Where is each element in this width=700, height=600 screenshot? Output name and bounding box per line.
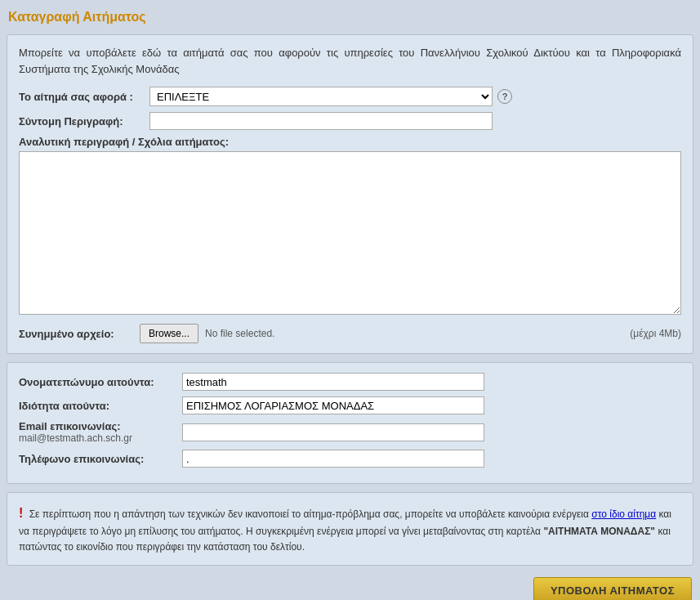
submit-button[interactable]: ΥΠΟΒΟΛΗ ΑΙΤΗΜΑΤΟΣ bbox=[533, 577, 692, 600]
full-desc-label: Αναλυτική περιγραφή / Σχόλια αιτήματος: bbox=[19, 136, 681, 148]
full-desc-textarea[interactable] bbox=[19, 151, 681, 315]
help-icon[interactable]: ? bbox=[497, 89, 512, 104]
max-size-text: (μέχρι 4Mb) bbox=[630, 328, 681, 339]
page-title: Καταγραφή Αιτήματος bbox=[7, 7, 693, 28]
full-desc-section: Αναλυτική περιγραφή / Σχόλια αιτήματος: bbox=[19, 136, 681, 317]
contact-role-label: Ιδιότητα αιτούντα: bbox=[19, 400, 182, 412]
subject-row: Το αίτημά σας αφορά : ΕΠΙΛΕΞΤΕ ? bbox=[19, 87, 681, 106]
contact-role-input[interactable] bbox=[182, 396, 484, 414]
file-label: Συνημμένο αρχείο: bbox=[19, 328, 133, 340]
short-desc-input[interactable] bbox=[149, 112, 493, 130]
browse-button[interactable]: Browse... bbox=[140, 324, 198, 343]
file-row: Συνημμένο αρχείο: Browse... No file sele… bbox=[19, 324, 681, 343]
submit-row: ΥΠΟΒΟΛΗ ΑΙΤΗΜΑΤΟΣ bbox=[7, 574, 693, 600]
short-desc-label: Σύντομη Περιγραφή: bbox=[19, 115, 149, 128]
contact-phone-row: Τηλέφωνο επικοινωνίας: bbox=[19, 450, 681, 468]
contact-email-input[interactable] bbox=[182, 423, 484, 441]
warning-text-before: Σε περίπτωση που η απάντηση των τεχνικών… bbox=[29, 508, 589, 520]
subject-label: Το αίτημά σας αφορά : bbox=[19, 91, 149, 103]
contact-email-row: Email επικοινωνίας: mail@testmath.ach.sc… bbox=[19, 420, 681, 444]
contact-role-row: Ιδιότητα αιτούντα: bbox=[19, 396, 681, 414]
contact-email-sublabel: mail@testmath.ach.sch.gr bbox=[19, 432, 182, 444]
no-file-text: No file selected. bbox=[205, 328, 623, 339]
warning-link-aitmata: "ΑΙΤΗΜΑΤΑ ΜΟΝΑΔΑΣ" bbox=[543, 526, 655, 537]
intro-text: Μπορείτε να υποβάλετε εδώ τα αιτήματά σα… bbox=[19, 45, 681, 77]
contact-section: Ονοματεπώνυμο αιτούντα: Ιδιότητα αιτούντ… bbox=[7, 362, 693, 484]
warning-section: ! Σε περίπτωση που η απάντηση των τεχνικ… bbox=[7, 492, 693, 566]
contact-name-row: Ονοματεπώνυμο αιτούντα: bbox=[19, 373, 681, 391]
contact-name-label: Ονοματεπώνυμο αιτούντα: bbox=[19, 376, 182, 388]
subject-select[interactable]: ΕΠΙΛΕΞΤΕ bbox=[149, 87, 493, 106]
contact-name-input[interactable] bbox=[182, 373, 484, 391]
contact-phone-label: Τηλέφωνο επικοινωνίας: bbox=[19, 453, 182, 465]
short-desc-row: Σύντομη Περιγραφή: bbox=[19, 112, 681, 130]
warning-icon: ! bbox=[19, 506, 23, 520]
contact-phone-input[interactable] bbox=[182, 450, 484, 468]
contact-email-label: Email επικοινωνίας: mail@testmath.ach.sc… bbox=[19, 420, 182, 444]
form-section: Μπορείτε να υποβάλετε εδώ τα αιτήματά σα… bbox=[7, 34, 693, 354]
subject-select-wrapper: ΕΠΙΛΕΞΤΕ ? bbox=[149, 87, 681, 106]
warning-link-same[interactable]: στο ίδιο αίτημα bbox=[591, 508, 656, 520]
